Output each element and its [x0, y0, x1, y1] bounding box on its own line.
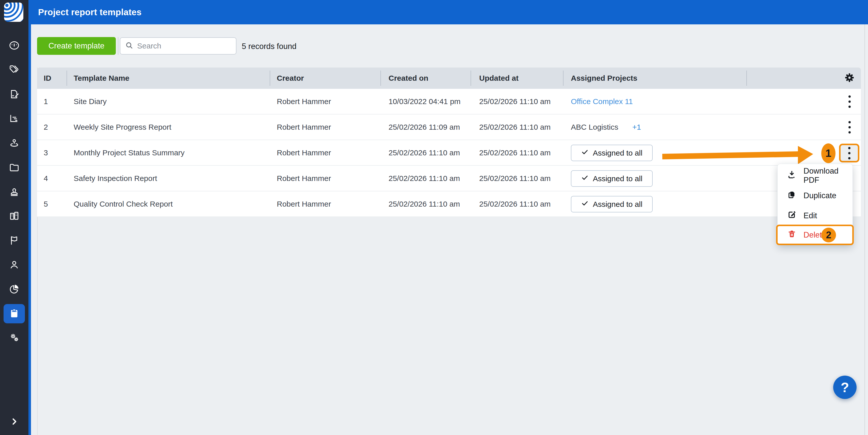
- table-row[interactable]: 1 Site Diary Robert Hammer 10/03/2022 04…: [37, 89, 861, 114]
- search-input[interactable]: [137, 42, 231, 50]
- sidebar-item-dashboard[interactable]: [4, 36, 25, 56]
- badge-label: Assigned to all: [593, 174, 642, 183]
- templates-table: ID Template Name Creator Created on Upda…: [37, 68, 861, 217]
- col-header-assigned[interactable]: Assigned Projects: [571, 68, 638, 89]
- help-button[interactable]: ?: [833, 376, 857, 399]
- app-root: Project report templates Create template…: [0, 0, 868, 435]
- cell-name: Weekly Site Progress Report: [74, 114, 172, 140]
- cell-name: Quality Control Check Report: [74, 191, 173, 216]
- menu-item-edit[interactable]: Edit: [778, 206, 852, 226]
- trash-icon: [787, 229, 796, 241]
- col-header-id[interactable]: ID: [44, 68, 51, 89]
- search-icon: [125, 41, 133, 51]
- cell-creator: Robert Hammer: [277, 140, 331, 165]
- sidebar-item-users[interactable]: [4, 256, 25, 275]
- cell-id: 5: [44, 191, 48, 216]
- column-settings-button[interactable]: [843, 71, 856, 85]
- cell-updated: 25/02/2026 11:10 am: [479, 191, 551, 216]
- dashboard-icon: [9, 40, 20, 52]
- edit-icon: [787, 210, 796, 221]
- cell-creator: Robert Hammer: [277, 114, 331, 140]
- cell-name: Monthly Project Status Summary: [74, 140, 185, 165]
- cell-updated: 25/02/2026 11:10 am: [479, 140, 551, 165]
- check-icon: [581, 148, 589, 158]
- row-actions-kebab-button-highlighted[interactable]: [839, 144, 859, 162]
- page-title: Project report templates: [38, 7, 142, 17]
- toolbar-divider: [118, 37, 118, 55]
- buildings-icon: [9, 210, 20, 223]
- sidebar-item-documents[interactable]: [4, 158, 25, 177]
- menu-item-label: Edit: [804, 211, 817, 220]
- menu-item-duplicate[interactable]: Duplicate: [778, 186, 852, 206]
- cell-name: Safety Inspection Report: [74, 166, 157, 191]
- table-row[interactable]: 4 Safety Inspection Report Robert Hammer…: [37, 166, 861, 191]
- sidebar-expand-button[interactable]: [4, 412, 25, 432]
- folder-icon: [9, 162, 20, 174]
- user-location-icon: [9, 137, 20, 149]
- chart-icon: [9, 113, 20, 125]
- sidebar-item-reports[interactable]: [4, 109, 25, 129]
- sidebar-item-flags[interactable]: [4, 231, 25, 250]
- form-signature-icon: [9, 89, 20, 101]
- check-icon: [581, 199, 589, 209]
- col-header-updated[interactable]: Updated at: [479, 68, 519, 89]
- records-found-label: 5 records found: [242, 42, 297, 51]
- sidebar-item-settings[interactable]: [4, 328, 25, 348]
- search-box: [120, 37, 237, 55]
- row-actions-kebab-button[interactable]: [843, 120, 856, 134]
- chevron-right-icon: [9, 416, 19, 428]
- content-right-edge: [864, 24, 865, 435]
- assigned-to-all-badge: Assigned to all: [571, 170, 653, 187]
- cell-id: 1: [44, 89, 48, 114]
- cell-id: 2: [44, 114, 48, 140]
- step-2-badge: 2: [821, 228, 836, 242]
- cell-creator: Robert Hammer: [277, 166, 331, 191]
- assigned-to-all-badge: Assigned to all: [571, 196, 653, 212]
- flag-icon: [9, 235, 20, 247]
- stamp-icon: [9, 186, 20, 198]
- col-header-creator[interactable]: Creator: [277, 68, 304, 89]
- cell-id: 4: [44, 166, 48, 191]
- check-icon: [581, 174, 589, 183]
- menu-item-delete-highlighted[interactable]: Delete: [776, 225, 854, 245]
- sidebar-item-statistics[interactable]: [4, 280, 25, 299]
- table-header-row: ID Template Name Creator Created on Upda…: [37, 68, 861, 89]
- cell-id: 3: [44, 140, 48, 165]
- col-header-created[interactable]: Created on: [389, 68, 428, 89]
- sidebar-accent-strip: [28, 0, 31, 435]
- cell-creator: Robert Hammer: [277, 89, 331, 114]
- pie-chart-icon: [9, 283, 20, 296]
- row-actions-kebab-button[interactable]: [843, 95, 856, 108]
- table-row[interactable]: 2 Weekly Site Progress Report Robert Ham…: [37, 114, 861, 140]
- tags-icon: [9, 64, 20, 76]
- sidebar: [0, 0, 28, 435]
- create-template-button[interactable]: Create template: [37, 37, 116, 55]
- page-header: Project report templates: [28, 0, 868, 24]
- assigned-project-link[interactable]: Office Complex 11: [571, 89, 633, 114]
- sidebar-item-tags[interactable]: [4, 61, 25, 80]
- download-icon: [787, 170, 796, 181]
- assigned-project-text: ABC Logistics: [571, 114, 618, 140]
- sidebar-item-companies[interactable]: [4, 207, 25, 226]
- step-1-badge: 1: [821, 143, 836, 163]
- cell-created: 25/02/2026 11:09 am: [389, 114, 460, 140]
- col-header-name[interactable]: Template Name: [74, 68, 129, 89]
- duplicate-icon: [787, 190, 796, 201]
- brand-logo[interactable]: [4, 3, 23, 22]
- assigned-more-link[interactable]: +1: [632, 114, 641, 140]
- cell-created: 25/02/2026 11:10 am: [389, 166, 460, 191]
- cell-updated: 25/02/2026 11:10 am: [479, 166, 551, 191]
- cell-name: Site Diary: [74, 89, 107, 114]
- menu-item-download-pdf[interactable]: Download PDF: [778, 165, 852, 186]
- clipboard-icon: [9, 308, 20, 320]
- sidebar-item-report-templates[interactable]: [4, 304, 25, 323]
- sidebar-item-forms[interactable]: [4, 85, 25, 104]
- sidebar-item-site-presence[interactable]: [4, 134, 25, 153]
- gear-icon: [844, 72, 855, 84]
- badge-label: Assigned to all: [593, 200, 642, 209]
- table-row[interactable]: 3 Monthly Project Status Summary Robert …: [37, 140, 861, 166]
- gears-icon: [9, 332, 20, 344]
- cell-updated: 25/02/2026 11:10 am: [479, 89, 551, 114]
- sidebar-item-approvals[interactable]: [4, 182, 25, 202]
- table-row[interactable]: 5 Quality Control Check Report Robert Ha…: [37, 191, 861, 217]
